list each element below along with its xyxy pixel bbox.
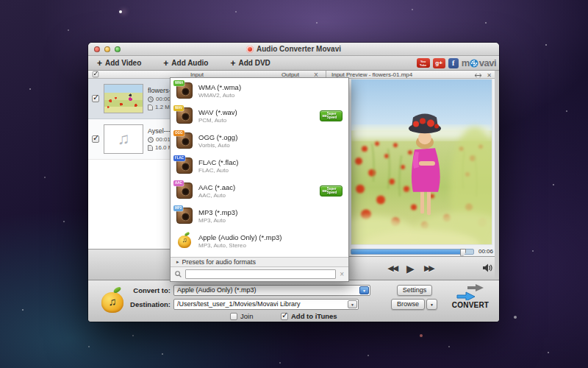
browse-options-button[interactable]: ▼: [426, 299, 437, 310]
play-button[interactable]: ▶: [406, 263, 415, 275]
format-option-apple-audio[interactable]: ♫ Apple (Audio Only) (*.mp3)MP3, Auto, S…: [171, 228, 348, 253]
conversion-panel: ♫ Convert to: Apple (Audio Only) (*.mp3)…: [88, 280, 499, 322]
convert-button[interactable]: CONVERT: [448, 284, 493, 309]
movavi-logo[interactable]: m vavi: [462, 57, 496, 68]
format-option-aac[interactable]: AAC AAC (*.aac)AAC, Auto »»Super Speed: [171, 178, 348, 203]
checkbox[interactable]: [281, 313, 288, 320]
chevron-down-icon: ▼: [351, 302, 354, 307]
preset-search-row: ×: [171, 267, 348, 281]
chevron-down-icon: ▼: [430, 302, 434, 307]
audio-format-icon: WMA: [176, 82, 193, 99]
convert-to-field[interactable]: Apple (Audio Only) (*.mp3) ▼: [173, 285, 370, 296]
audio-format-icon: OGG: [176, 132, 193, 149]
preview-pane: Input Preview - flowers-01.mp4 ✕: [326, 71, 495, 280]
format-dropdown-button[interactable]: ▼: [359, 286, 369, 294]
join-checkbox[interactable]: Join: [230, 312, 253, 320]
format-dropdown: WMA WMA (*.wma)WMAV2, Auto WAV WAV (*.wa…: [170, 77, 349, 282]
playback-controls: ◀◀ ▶ ▶▶: [326, 256, 495, 280]
fast-forward-button[interactable]: ▶▶: [424, 263, 434, 273]
checkbox[interactable]: [230, 313, 237, 320]
destination-field[interactable]: /Users/test_user_1/Movies/Movavi Library…: [173, 299, 359, 310]
title-bar[interactable]: Audio Converter Movavi: [88, 43, 499, 56]
format-option-flac[interactable]: FLAC FLAC (*.flac)FLAC, Auto: [171, 153, 348, 178]
movavi-reel-icon: [470, 59, 478, 68]
video-thumbnail: [104, 84, 143, 113]
add-audio-button[interactable]: + Add Audio: [163, 59, 208, 67]
file-size-icon: [148, 105, 153, 110]
format-option-wav[interactable]: WAV WAV (*.wav)PCM, Auto »»Super Speed: [171, 103, 348, 128]
googleplus-icon[interactable]: g+: [433, 58, 445, 68]
add-dvd-button[interactable]: + Add DVD: [230, 59, 270, 67]
starfield: [0, 0, 1, 1]
convert-to-label: Convert to:: [116, 286, 171, 294]
audio-format-icon: MP3: [176, 208, 193, 224]
format-option-wma[interactable]: WMA WMA (*.wma)WMAV2, Auto: [171, 78, 348, 103]
app-window: Audio Converter Movavi + Add Video + Add…: [88, 43, 499, 322]
chevron-down-icon: ▼: [362, 289, 366, 293]
playback-timeline: 00:06: [351, 247, 493, 256]
audio-format-icon: WAV: [176, 107, 193, 124]
clock-icon: [148, 96, 154, 102]
plus-icon: +: [230, 60, 235, 67]
format-option-ogg[interactable]: OGG OGG (*.ogg)Vorbis, Auto: [171, 128, 348, 153]
disclosure-triangle-icon: ▸: [176, 259, 179, 265]
preset-search-input[interactable]: [185, 269, 336, 279]
undock-icon[interactable]: [475, 73, 481, 78]
video-preview-frame: [351, 79, 492, 245]
search-icon: [175, 271, 182, 277]
convert-arrows-icon: [456, 284, 485, 300]
file-checkbox[interactable]: [92, 95, 99, 102]
destination-dropdown-button[interactable]: ▼: [348, 300, 357, 308]
seek-bar[interactable]: [351, 249, 474, 255]
playhead[interactable]: [460, 249, 466, 256]
volume-icon[interactable]: [483, 263, 492, 272]
itunes-apple-icon: ♫: [176, 233, 193, 249]
social-links: YouTube g+ f m vavi: [417, 57, 496, 68]
time-display: 00:06: [476, 248, 493, 255]
destination-label: Destination:: [116, 300, 171, 308]
desktop: Audio Converter Movavi + Add Video + Add…: [0, 0, 588, 368]
audio-thumbnail: ♫: [104, 124, 143, 154]
file-checkbox[interactable]: [92, 135, 99, 143]
clear-search-icon[interactable]: ×: [340, 270, 344, 278]
select-all-checkbox[interactable]: [93, 71, 99, 78]
audio-format-icon: FLAC: [176, 158, 193, 174]
format-option-mp3[interactable]: MP3 MP3 (*.mp3)MP3, Auto: [171, 203, 348, 228]
browse-button[interactable]: Browse: [391, 299, 425, 310]
window-title: Audio Converter Movavi: [88, 45, 499, 53]
superspeed-badge: »»Super Speed: [320, 110, 343, 121]
settings-button[interactable]: Settings: [397, 285, 432, 296]
superspeed-badge: »»Super Speed: [320, 185, 343, 197]
app-icon: [246, 46, 254, 53]
plus-icon: +: [97, 60, 102, 67]
facebook-icon[interactable]: f: [448, 58, 459, 68]
clock-icon: [148, 137, 154, 143]
presets-toggle[interactable]: ▸ Presets for audio formats: [171, 257, 348, 267]
toolbar: + Add Video + Add Audio + Add DVD YouTub…: [88, 56, 499, 71]
plus-icon: +: [163, 60, 168, 67]
music-note-icon: ♫: [118, 130, 130, 149]
youtube-icon[interactable]: YouTube: [417, 58, 430, 68]
add-video-button[interactable]: + Add Video: [97, 59, 141, 67]
preview-header: Input Preview - flowers-01.mp4 ✕: [326, 71, 495, 79]
seek-bar-progress: [351, 250, 464, 254]
audio-format-icon: AAC: [176, 183, 193, 199]
rewind-button[interactable]: ◀◀: [387, 263, 397, 273]
add-to-itunes-checkbox[interactable]: Add to iTunes: [281, 312, 337, 320]
file-size-icon: [148, 145, 153, 151]
